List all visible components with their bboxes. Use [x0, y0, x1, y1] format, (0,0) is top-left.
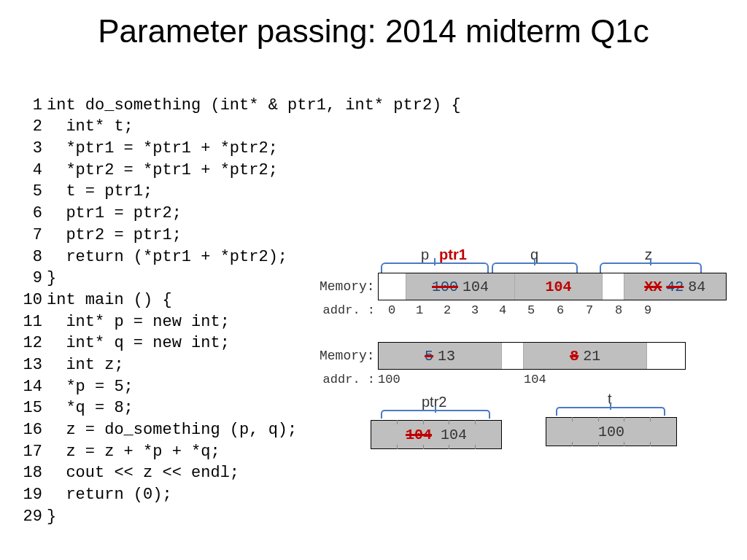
- addr-label: addr. :: [320, 373, 378, 386]
- brace-icon: [600, 262, 702, 273]
- memory-label: Memory:: [320, 349, 378, 363]
- memory-strip-1: 100 104 104 XX 42 84: [378, 273, 727, 300]
- brace-icon: [381, 262, 489, 273]
- ptr2-box: 104 104: [371, 420, 502, 449]
- label-ptr1: ptr1: [439, 246, 467, 263]
- memory-diagrams: p ptr1 q z Memory: 100 104 104 XX: [320, 246, 743, 467]
- t-box: 100: [546, 417, 677, 446]
- slide-title: Parameter passing: 2014 midterm Q1c: [0, 13, 747, 50]
- memory-strip-2: 5 13 8 21: [378, 342, 686, 370]
- brace-icon: [381, 410, 490, 419]
- brace-icon: [492, 262, 578, 273]
- label-p: p: [421, 246, 429, 263]
- addr-label: addr. :: [320, 303, 378, 317]
- memory-label: Memory:: [320, 279, 378, 294]
- brace-icon: [556, 407, 665, 416]
